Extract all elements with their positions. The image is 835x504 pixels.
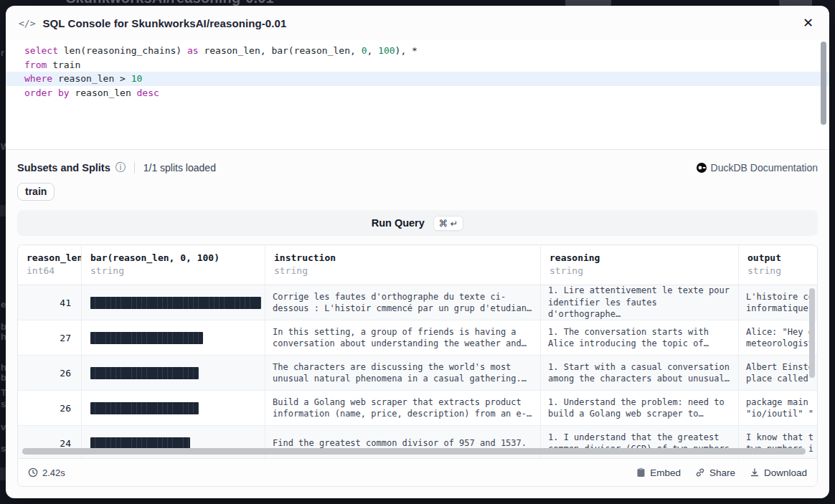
modal-header: </> SQL Console for SkunkworksAI/reasoni… bbox=[6, 6, 829, 40]
cell-output-text: L'histoire co informatique bbox=[746, 291, 813, 315]
share-link-icon bbox=[695, 467, 705, 477]
code-line: select len(reasoning_chains) as reason_l… bbox=[6, 44, 829, 58]
cell-output: Alice: "Hey g meteorologist bbox=[739, 320, 817, 355]
cell-reason-len: 41 bbox=[18, 285, 82, 320]
column-name: instruction bbox=[274, 252, 532, 263]
table-body: 41Corrige les fautes d'orthographe du te… bbox=[18, 285, 817, 460]
cell-reasoning: 1. The conversation starts with Alice in… bbox=[541, 320, 739, 355]
code-token: train bbox=[47, 60, 80, 70]
code-token: from bbox=[24, 60, 47, 70]
background-page-header: SkunkworksAI/reasoning-0.01 bbox=[0, 0, 835, 6]
table-row: 41Corrige les fautes d'orthographe du te… bbox=[18, 285, 817, 320]
cell-reasoning-text: 1. Understand the problem: need to build… bbox=[548, 396, 725, 420]
duckdb-documentation-label: DuckDB Documentation bbox=[711, 162, 818, 173]
results-table-container: reason_lenint64bar(reason_len, 0, 100)st… bbox=[17, 244, 818, 487]
code-token: , bbox=[367, 45, 378, 56]
scrollbar-thumb[interactable] bbox=[809, 288, 815, 378]
column-name: reasoning bbox=[549, 252, 730, 263]
results-footer: 2.42s Embed Share bbox=[18, 458, 817, 486]
download-button[interactable]: Download bbox=[750, 467, 807, 478]
code-token: len(reasoning_chains) bbox=[58, 45, 187, 56]
column-header-instruction: instructionstring bbox=[265, 245, 541, 285]
cell-instruction-text: In this setting, a group of friends is h… bbox=[273, 326, 527, 350]
scrollbar-thumb[interactable] bbox=[22, 448, 806, 455]
table-row: 26Build a Golang web scraper that extrac… bbox=[18, 391, 817, 426]
code-token: 100 bbox=[378, 45, 395, 56]
background-fragment-block bbox=[0, 205, 6, 217]
sql-editor-lines: select len(reasoning_chains) as reason_l… bbox=[6, 44, 829, 100]
table-horizontal-scrollbar[interactable] bbox=[18, 447, 817, 455]
code-token: select bbox=[24, 45, 58, 56]
cell-bar bbox=[82, 356, 265, 390]
run-query-label: Run Query bbox=[372, 217, 425, 229]
column-name: reason_len bbox=[27, 252, 72, 263]
splits-loaded-text: 1/1 splits loaded bbox=[143, 162, 216, 173]
duckdb-icon bbox=[697, 163, 707, 173]
column-type: string bbox=[747, 265, 818, 276]
code-line: where reason_len > 10 bbox=[6, 72, 829, 86]
cell-reason-len: 26 bbox=[18, 356, 82, 390]
split-chip-train[interactable]: train bbox=[17, 183, 55, 201]
cell-instruction: The characters are discussing the world'… bbox=[265, 356, 541, 390]
code-token: 10 bbox=[131, 73, 143, 84]
background-fragment-block bbox=[0, 467, 6, 480]
sql-console-modal: </> SQL Console for SkunkworksAI/reasoni… bbox=[6, 6, 829, 498]
sql-editor[interactable]: select len(reasoning_chains) as reason_l… bbox=[6, 40, 829, 150]
footer-actions: Embed Share Download bbox=[636, 467, 807, 478]
column-header-reasoning: reasoningstring bbox=[541, 245, 739, 285]
code-token: reason_len bbox=[70, 87, 137, 98]
subsets-row: Subsets and Splits ⓘ 1/1 splits loaded D… bbox=[17, 160, 818, 176]
code-token: reason_len, bar(reason_len, bbox=[199, 45, 362, 56]
duckdb-documentation-link[interactable]: DuckDB Documentation bbox=[697, 162, 818, 173]
code-token: desc bbox=[137, 87, 159, 98]
close-icon[interactable]: ✕ bbox=[800, 14, 816, 32]
cell-instruction: Corrige les fautes d'orthographe du text… bbox=[265, 285, 541, 320]
cell-output: package main "io/ioutil" " bbox=[739, 391, 817, 425]
column-header-bar-reason-len-0-100: bar(reason_len, 0, 100)string bbox=[82, 245, 265, 285]
column-type: string bbox=[274, 265, 532, 276]
info-icon[interactable]: ⓘ bbox=[115, 161, 126, 174]
bar-value bbox=[90, 402, 199, 414]
divider bbox=[134, 162, 135, 173]
cell-reason-len: 26 bbox=[18, 391, 82, 425]
bar-value bbox=[90, 297, 261, 309]
cell-reasoning: 1. Understand the problem: need to build… bbox=[541, 391, 739, 425]
cell-reasoning-text: 1. Start with a casual conversation amon… bbox=[548, 361, 730, 385]
cell-instruction-text: The characters are discussing the world'… bbox=[273, 361, 527, 385]
code-token: where bbox=[24, 73, 52, 84]
cell-instruction-text: Corrige les fautes d'orthographe du text… bbox=[273, 291, 532, 315]
code-token: by bbox=[58, 87, 70, 98]
table-vertical-scrollbar[interactable] bbox=[809, 288, 815, 432]
column-type: string bbox=[90, 265, 256, 276]
code-line: from train bbox=[6, 58, 829, 72]
share-button[interactable]: Share bbox=[695, 467, 735, 478]
cell-bar bbox=[82, 285, 265, 320]
column-header-reason-len: reason_lenint64 bbox=[18, 245, 82, 285]
cell-instruction: In this setting, a group of friends is h… bbox=[265, 320, 541, 355]
table-row: 27In this setting, a group of friends is… bbox=[18, 320, 817, 356]
cell-reasoning-text: 1. The conversation starts with Alice in… bbox=[548, 326, 709, 350]
column-name: output bbox=[747, 252, 818, 263]
code-icon: </> bbox=[19, 18, 35, 29]
cell-bar bbox=[82, 391, 265, 425]
background-dataset-title: SkunkworksAI/reasoning-0.01 bbox=[66, 0, 274, 6]
editor-vertical-scrollbar[interactable] bbox=[821, 42, 826, 146]
embed-icon bbox=[636, 467, 646, 477]
run-query-button[interactable]: Run Query ⌘ ↵ bbox=[17, 210, 818, 236]
cell-instruction-text: Build a Golang web scraper that extracts… bbox=[273, 396, 532, 420]
cell-reasoning: 1. Start with a casual conversation amon… bbox=[541, 356, 739, 390]
column-type: string bbox=[549, 265, 730, 276]
subsets-label: Subsets and Splits bbox=[17, 162, 110, 173]
table-row: 26The characters are discussing the worl… bbox=[18, 356, 817, 391]
embed-button[interactable]: Embed bbox=[636, 467, 681, 478]
code-line: order by reason_len desc bbox=[6, 86, 829, 100]
column-name: bar(reason_len, 0, 100) bbox=[90, 252, 256, 263]
cell-reasoning: 1. Lire attentivement le texte pour iden… bbox=[541, 285, 739, 320]
cell-output: Albert Einste place called bbox=[739, 356, 817, 390]
cell-output-text: Alice: "Hey g meteorologist bbox=[746, 326, 813, 350]
cell-bar bbox=[82, 320, 265, 355]
modal-title: SQL Console for SkunkworksAI/reasoning-0… bbox=[42, 17, 286, 29]
column-type: int64 bbox=[27, 265, 72, 276]
scrollbar-thumb[interactable] bbox=[821, 42, 826, 125]
bar-value bbox=[90, 332, 203, 344]
